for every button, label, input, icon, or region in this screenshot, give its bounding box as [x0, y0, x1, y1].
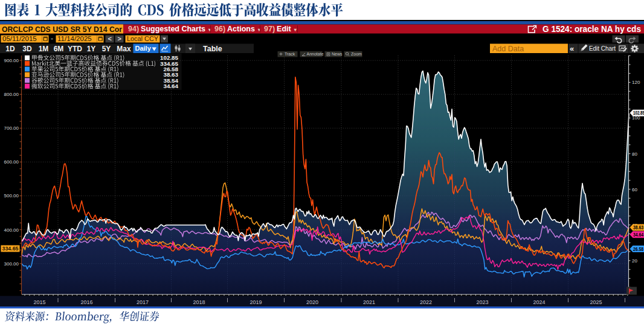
svg-text:«: «	[570, 44, 574, 53]
svg-text:Max: Max	[117, 45, 131, 53]
svg-text:ORCLCP CDS USD SR 5Y D14 Cor: ORCLCP CDS USD SR 5Y D14 Cor	[2, 25, 122, 34]
svg-text:400.00: 400.00	[4, 227, 19, 233]
svg-text:<: <	[108, 35, 112, 42]
svg-text:800.00: 800.00	[4, 92, 19, 97]
svg-text:20: 20	[632, 258, 637, 264]
svg-text:G 1524: oracle NA hy cds: G 1524: oracle NA hy cds	[543, 24, 641, 34]
svg-text:3D: 3D	[22, 45, 32, 53]
svg-text:Daily: Daily	[135, 45, 152, 52]
svg-text:2017: 2017	[137, 299, 149, 305]
svg-text:100: 100	[632, 115, 640, 121]
svg-text:2023: 2023	[476, 299, 488, 305]
svg-text:96)Actions▾: 96)Actions▾	[214, 25, 261, 33]
svg-text:38.63: 38.63	[633, 224, 643, 230]
svg-text:26.58: 26.58	[633, 246, 643, 252]
svg-text:Add Data: Add Data	[492, 45, 524, 53]
svg-text:80: 80	[632, 151, 637, 157]
svg-text:334.65: 334.65	[2, 246, 19, 252]
svg-text:6M: 6M	[54, 45, 64, 53]
svg-text:300.00: 300.00	[4, 261, 19, 267]
svg-text:YTD: YTD	[68, 45, 82, 53]
svg-text:Track: Track	[285, 52, 295, 56]
svg-text:1M: 1M	[39, 45, 49, 53]
svg-text:2021: 2021	[363, 299, 375, 305]
svg-text:600.00: 600.00	[4, 159, 19, 165]
svg-text:60: 60	[632, 187, 637, 192]
svg-text:94)Suggested Charts▾: 94)Suggested Charts▾	[128, 25, 211, 33]
svg-text:34.64: 34.64	[163, 83, 178, 89]
svg-text:-: -	[51, 34, 53, 43]
svg-text:2025: 2025	[590, 299, 602, 305]
svg-text:1D: 1D	[5, 45, 15, 53]
svg-text:Annotate: Annotate	[307, 52, 324, 56]
svg-text:>: >	[118, 35, 121, 42]
svg-text:5Y: 5Y	[102, 45, 111, 53]
svg-text:2020: 2020	[306, 299, 318, 305]
svg-text:Table: Table	[203, 45, 222, 53]
svg-text:34.64: 34.64	[633, 232, 643, 238]
svg-text:102.85: 102.85	[633, 110, 644, 116]
svg-text:11/14/2025: 11/14/2025	[57, 35, 92, 42]
svg-text:700.00: 700.00	[4, 125, 19, 131]
svg-text:News: News	[332, 52, 343, 56]
svg-text:120: 120	[632, 80, 640, 85]
svg-text:500.00: 500.00	[4, 193, 19, 198]
svg-text:2018: 2018	[193, 299, 205, 305]
svg-text:2019: 2019	[250, 299, 262, 305]
svg-text:2024: 2024	[533, 299, 545, 305]
svg-text:1Y: 1Y	[87, 45, 96, 53]
svg-text:2015: 2015	[33, 299, 45, 305]
svg-text:2022: 2022	[420, 299, 432, 305]
svg-text:900.00: 900.00	[4, 58, 19, 63]
svg-text:Zoom: Zoom	[351, 52, 362, 56]
svg-text:Local CCY: Local CCY	[127, 35, 158, 42]
svg-text:05/11/2015: 05/11/2015	[2, 35, 37, 42]
svg-text:2016: 2016	[80, 299, 92, 305]
svg-text:Edit Chart: Edit Chart	[589, 45, 616, 52]
